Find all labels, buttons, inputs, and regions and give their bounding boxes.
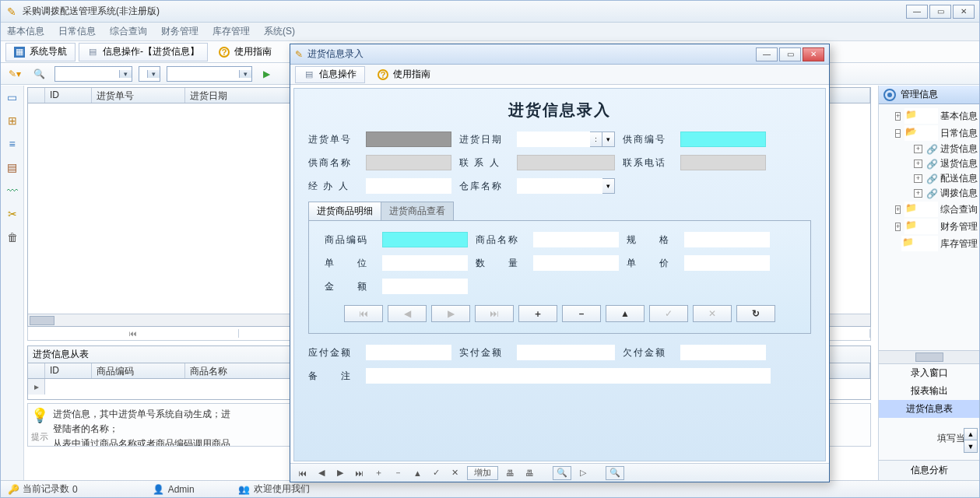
menu-finance[interactable]: 财务管理 — [161, 25, 198, 38]
tab-help[interactable]: ? 使用指南 — [211, 43, 279, 61]
tree-query[interactable]: +📁综合查询 — [893, 201, 978, 218]
dialog-tab-info-op[interactable]: ▤ 信息操作 — [295, 66, 365, 83]
tab-system-nav[interactable]: ▦ 系统导航 — [5, 43, 76, 61]
dialog-maximize-button[interactable]: ▭ — [779, 47, 801, 61]
print-icon[interactable]: 🖶 — [503, 466, 518, 480]
field-prodcode[interactable] — [382, 232, 468, 247]
right-panel-footer[interactable]: 信息分析 — [879, 460, 979, 480]
minimize-button[interactable]: — — [906, 5, 928, 19]
menu-query[interactable]: 综合查询 — [110, 25, 147, 38]
menu-daily[interactable]: 日常信息 — [58, 25, 96, 38]
nav-first[interactable]: ⏮ — [28, 329, 239, 338]
field-operator[interactable] — [366, 178, 451, 194]
tag-icon[interactable]: ✂ — [5, 207, 19, 221]
combo-1[interactable]: ▾ — [54, 66, 132, 82]
find-icon[interactable]: 🔍 — [606, 466, 624, 480]
detail-nav-prev[interactable]: ◀ — [388, 305, 427, 322]
tree-basic[interactable]: +📁基本信息 — [893, 107, 978, 124]
chevron-down-icon[interactable]: ▾ — [602, 178, 615, 194]
detail-nav-add[interactable]: ＋ — [518, 305, 557, 322]
detail-nav-refresh[interactable]: ↻ — [736, 305, 775, 322]
find-in-icon[interactable]: 🔍 — [553, 466, 571, 480]
field-price[interactable] — [684, 255, 770, 271]
dialog-minimize-button[interactable]: — — [756, 47, 778, 61]
expand-icon[interactable]: + — [914, 189, 922, 198]
collapse-icon[interactable]: – — [895, 129, 901, 138]
list-purchase-table[interactable]: 进货信息表 — [879, 400, 979, 418]
tree-stock[interactable]: 📁库存管理 — [893, 235, 978, 252]
expand-icon[interactable]: + — [914, 145, 922, 153]
tab-view[interactable]: 进货商品查看 — [381, 202, 454, 220]
tree-delivery[interactable]: +🔗配送信息 — [912, 171, 978, 186]
detail-nav-first[interactable]: ⏮ — [344, 305, 383, 322]
tree-finance[interactable]: +📁财务管理 — [893, 218, 978, 235]
field-paid[interactable] — [517, 345, 615, 360]
list-entry-window[interactable]: 录入窗口 — [879, 364, 979, 382]
field-orderdate[interactable]: : ▾ — [517, 132, 615, 147]
dialog-close-button[interactable]: ✕ — [803, 47, 824, 61]
bnav-cancel[interactable]: ✕ — [448, 466, 462, 480]
col2-id[interactable]: ID — [45, 363, 92, 378]
menu-system[interactable]: 系统(S) — [264, 25, 295, 38]
bnav-remove[interactable]: － — [391, 466, 406, 480]
col-id[interactable]: ID — [45, 88, 92, 103]
bnav-prev[interactable]: ◀ — [314, 466, 328, 480]
detail-nav-next[interactable]: ▶ — [431, 305, 470, 322]
maximize-button[interactable]: ▭ — [929, 5, 951, 19]
bnav-last[interactable]: ⏭ — [352, 466, 367, 480]
field-qty[interactable] — [533, 255, 619, 271]
field-remark[interactable] — [366, 368, 771, 384]
detail-nav-remove[interactable]: － — [562, 305, 601, 322]
bnav-next[interactable]: ▶ — [333, 466, 347, 480]
detail-nav-ok[interactable]: ✓ — [649, 305, 688, 322]
print-preview-icon[interactable]: 🖶 — [522, 466, 537, 480]
trash-icon[interactable]: 🗑 — [5, 230, 19, 244]
edit-icon[interactable]: ✎▾ — [5, 66, 24, 82]
detail-nav-edit[interactable]: ▲ — [606, 305, 645, 322]
col-orderno[interactable]: 进货单号 — [92, 88, 185, 103]
bnav-ok[interactable]: ✓ — [430, 466, 444, 480]
expand-icon[interactable]: + — [914, 160, 922, 168]
tree-return[interactable]: +🔗退货信息 — [912, 156, 978, 171]
right-v-scrollbar[interactable]: ▲ ▼ — [964, 428, 978, 453]
field-prodname[interactable] — [533, 232, 619, 247]
search-icon[interactable]: 🔍 — [30, 66, 48, 82]
card-icon[interactable]: ▭ — [5, 90, 19, 104]
menu-stock[interactable]: 库存管理 — [213, 25, 250, 38]
detail-nav-cancel[interactable]: ✕ — [693, 305, 732, 322]
expand-icon[interactable]: + — [895, 112, 901, 121]
expand-icon[interactable]: + — [914, 174, 922, 183]
tree-purchase[interactable]: +🔗进货信息 — [912, 142, 978, 156]
tree-icon[interactable]: ⊞ — [5, 114, 19, 128]
expand-icon[interactable]: + — [895, 223, 901, 231]
field-warehouse[interactable]: ▾ — [517, 178, 615, 194]
list-icon[interactable]: ≡ — [5, 137, 19, 151]
tree-transfer[interactable]: +🔗调拨信息 — [912, 186, 978, 201]
col2-code[interactable]: 商品编码 — [92, 363, 185, 378]
dialog-tab-help[interactable]: ? 使用指南 — [370, 66, 438, 83]
combo-3[interactable]: ▾ — [167, 66, 252, 82]
list-report[interactable]: 报表输出 — [879, 382, 979, 400]
bnav-first[interactable]: ⏮ — [295, 466, 310, 480]
field-spec[interactable] — [684, 232, 770, 247]
menu-basic[interactable]: 基本信息 — [7, 25, 44, 38]
export-icon[interactable]: ▷ — [576, 466, 590, 480]
chart-icon[interactable]: 〰 — [5, 184, 19, 198]
field-unit[interactable] — [382, 255, 468, 271]
bnav-add[interactable]: ＋ — [371, 466, 386, 480]
detail-nav-last[interactable]: ⏭ — [475, 305, 514, 322]
add-button[interactable]: 增加 — [467, 466, 498, 480]
bnav-edit[interactable]: ▲ — [410, 466, 425, 480]
combo-2[interactable]: ▾ — [139, 66, 160, 82]
field-supplierno[interactable] — [680, 132, 766, 147]
close-button[interactable]: ✕ — [953, 5, 975, 19]
tree-daily[interactable]: –📂日常信息 — [893, 124, 978, 142]
field-due[interactable] — [366, 345, 451, 360]
field-debt[interactable] — [680, 345, 766, 360]
expand-icon[interactable]: + — [895, 205, 901, 214]
date-sep-icon[interactable]: : — [590, 132, 602, 147]
book-icon[interactable]: ▤ — [5, 160, 19, 174]
tab-detail[interactable]: 进货商品明细 — [308, 202, 381, 220]
play-icon[interactable]: ▶ — [258, 66, 274, 82]
tab-info-op[interactable]: ▤ 信息操作-【进货信息】 — [79, 43, 208, 61]
